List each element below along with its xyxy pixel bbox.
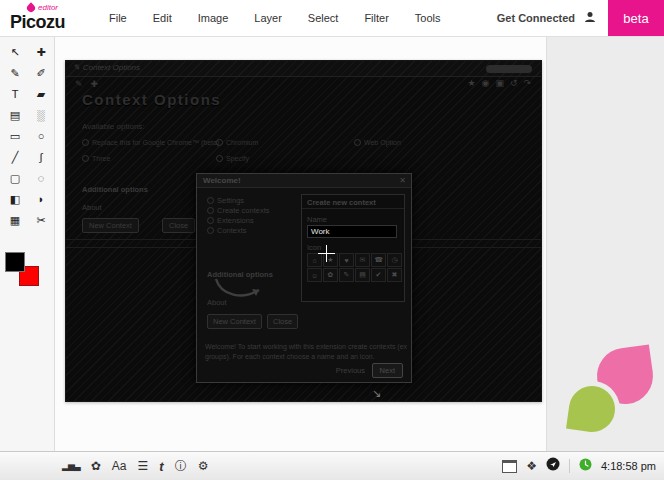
transform-icon[interactable]: ❖ <box>526 460 537 472</box>
foreground-color-swatch[interactable] <box>5 252 25 272</box>
radio-option: Web Option <box>354 139 401 146</box>
dialog-option: Create contexts <box>207 206 270 215</box>
menu-edit[interactable]: Edit <box>140 12 185 24</box>
marquee-tool[interactable]: ▢ <box>4 169 26 187</box>
user-icon[interactable] <box>584 9 596 27</box>
cross-icon: ✖ <box>387 268 402 282</box>
twitter-icon[interactable]: t <box>159 460 163 473</box>
undo-icon: ↺ <box>510 78 518 88</box>
dialog-option: Extensions <box>207 216 254 225</box>
radio-option: Three <box>82 155 110 162</box>
logo-text: Picozu <box>10 13 96 31</box>
pencil-tool[interactable]: ✎ <box>4 64 26 82</box>
menu-file[interactable]: File <box>96 12 140 24</box>
picozu-watermark-logo <box>561 348 657 460</box>
image-tool[interactable]: ▦ <box>4 211 26 229</box>
radio-option: Specify <box>216 155 249 162</box>
eyedropper-tool[interactable]: ◗ <box>30 190 52 208</box>
folder-icon: ▤ <box>355 268 370 282</box>
menu-image[interactable]: Image <box>185 12 242 24</box>
dialog-option: Contexts <box>207 226 247 235</box>
image-intro-text: Available options: <box>82 122 145 131</box>
menu-tools[interactable]: Tools <box>402 12 454 24</box>
spray-tool[interactable]: ░ <box>30 106 52 124</box>
add-icon: ✚ <box>91 79 99 89</box>
close-button: Close <box>267 314 298 329</box>
line-tool[interactable]: ╱ <box>4 148 26 166</box>
menu-bar: editor Picozu File Edit Image Layer Sele… <box>0 0 664 37</box>
redo-icon: ↷ <box>523 78 531 88</box>
curve-tool[interactable]: ∫ <box>30 148 52 166</box>
record-icon: ◉ <box>482 78 490 88</box>
rectangle-tool[interactable]: ▭ <box>4 127 26 145</box>
menu-layer[interactable]: Layer <box>241 12 295 24</box>
pencil-icon: ✎ <box>73 63 80 72</box>
welcome-dialog-title: Welcome! <box>203 176 241 185</box>
additional-options-link: Additional options <box>82 185 148 194</box>
radio-option: Chromium <box>216 139 258 146</box>
canvas-area[interactable]: ✎ Context Options ✎ ✚ ★ ◉ ▣ ↺ ↷ Context … <box>55 36 664 452</box>
name-label: Name <box>307 215 327 224</box>
grid-icon: ▣ <box>495 78 504 88</box>
image-tab-label: Context Options <box>83 63 140 72</box>
user-icon: ☺ <box>307 268 322 282</box>
clock-time: 4:18:58 pm <box>601 460 656 472</box>
fill-tool[interactable]: ◧ <box>4 190 26 208</box>
edit-icon: ✎ <box>75 79 83 89</box>
divider <box>302 208 404 209</box>
palette-icon[interactable]: ✿ <box>91 460 101 472</box>
adjustments-icon[interactable]: ☰ <box>138 460 149 472</box>
heart-icon: ♥ <box>339 253 354 267</box>
text-tool[interactable]: T <box>4 85 26 103</box>
picozu-logo[interactable]: editor Picozu <box>10 2 96 31</box>
crosshair-cursor <box>318 245 335 262</box>
stamp-tool[interactable]: ▤ <box>4 106 26 124</box>
typography-icon[interactable]: Aa <box>112 460 127 472</box>
dialog-option: Settings <box>207 196 244 205</box>
image-toolbar-right: ★ ◉ ▣ ↺ ↷ <box>467 78 531 88</box>
close-icon: ✕ <box>399 176 406 185</box>
about-link: About <box>82 203 102 212</box>
picozu-editor-window: editor Picozu File Edit Image Layer Sele… <box>0 0 664 480</box>
check-icon: ✔ <box>371 268 386 282</box>
crop-tool[interactable]: ✂ <box>30 211 52 229</box>
star-icon: ★ <box>467 78 475 88</box>
clock-icon: ◷ <box>387 253 402 267</box>
info-icon[interactable]: ⓘ <box>175 460 187 472</box>
about-link: About <box>207 298 227 307</box>
image-tab-bar: ✎ Context Options <box>66 61 541 77</box>
mail-icon: ✉ <box>355 253 370 267</box>
move-tool[interactable]: ✚ <box>30 43 52 61</box>
globe-icon[interactable] <box>546 457 560 475</box>
get-connected-link[interactable]: Get Connected <box>497 12 575 24</box>
histogram-icon[interactable]: ▂▅▃ <box>62 462 80 471</box>
menu-select[interactable]: Select <box>295 12 352 24</box>
brush-tool[interactable]: ✐ <box>30 64 52 82</box>
logo-subtitle: editor <box>38 3 58 12</box>
panel-title: Create new context <box>307 198 376 207</box>
welcome-dialog: Welcome! ✕ Settings Create contexts Exte… <box>196 173 412 383</box>
flower-icon: ✿ <box>323 268 338 282</box>
next-button: Next <box>372 363 403 378</box>
new-context-button: New Context <box>82 218 139 233</box>
eraser-tool[interactable]: ▰ <box>30 85 52 103</box>
resize-handle-icon[interactable]: ↘ <box>372 387 381 400</box>
create-context-panel: Create new context Name Work Icon ⌂ ★ ♥ … <box>301 194 405 302</box>
panels-icon[interactable] <box>502 460 517 473</box>
clock-icon <box>579 457 592 475</box>
welcome-dialog-titlebar: Welcome! ✕ <box>197 174 411 188</box>
divider <box>569 459 570 473</box>
lasso-tool[interactable]: ◌ <box>30 169 52 187</box>
main-menu: File Edit Image Layer Select Filter Tool… <box>96 0 454 36</box>
image-search-pill <box>486 65 532 73</box>
select-tool[interactable]: ↖ <box>4 43 26 61</box>
new-context-button: New Context <box>207 314 262 329</box>
settings-icon[interactable]: ⚙ <box>198 460 209 472</box>
menu-filter[interactable]: Filter <box>351 12 401 24</box>
beta-badge: beta <box>608 0 664 36</box>
canvas-image[interactable]: ✎ Context Options ✎ ✚ ★ ◉ ▣ ↺ ↷ Context … <box>65 60 542 402</box>
radio-option: Replace this for Google Chrome™ (beta) <box>82 139 219 146</box>
close-button: Close <box>162 218 195 233</box>
status-bar: ▂▅▃ ✿ Aa ☰ t ⓘ ⚙ ❖ 4:18:58 pm <box>0 451 664 480</box>
ellipse-tool[interactable]: ○ <box>30 127 52 145</box>
